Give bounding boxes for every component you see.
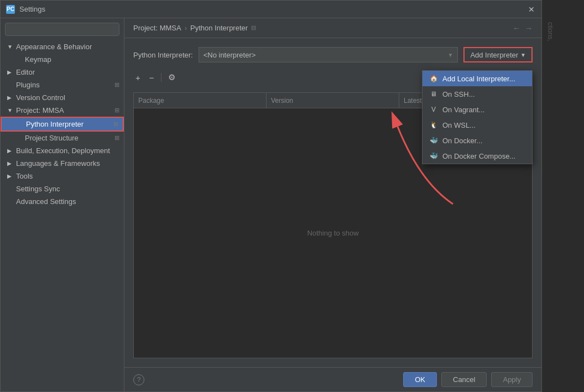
menu-item-on-docker-compose[interactable]: 🐳 On Docker Compose... [423, 148, 532, 164]
breadcrumb: Project: MMSA › Python Interpreter ⊟ ← → [124, 18, 541, 38]
expand-arrow-icon: ▶ [7, 148, 14, 154]
sidebar-item-project-mmsa[interactable]: ▼Project: MMSA⊞ [1, 104, 124, 117]
menu-item-add-local[interactable]: 🏠 Add Local Interpreter... [423, 71, 532, 86]
expand-arrow-icon: ▶ [7, 69, 14, 75]
sidebar-item-label: Tools [16, 172, 33, 180]
expand-arrow-icon: ▶ [7, 95, 14, 101]
ok-button[interactable]: OK [403, 372, 437, 387]
sidebar-item-build-execution[interactable]: ▶Build, Execution, Deployment [1, 144, 124, 157]
breadcrumb-current: Python Interpreter [190, 24, 248, 32]
sidebar-item-appearance[interactable]: ▼Appearance & Behavior [1, 40, 124, 53]
interpreter-label: Python Interpreter: [133, 51, 193, 59]
sidebar: ▼Appearance & BehaviorKeymap▶EditorPlugi… [1, 18, 124, 391]
col-version-header[interactable]: Version [267, 93, 399, 108]
add-interpreter-dropdown-icon: ▼ [520, 52, 526, 58]
menu-item-label-on-docker: On Docker... [442, 137, 482, 145]
settings-package-button[interactable]: ⚙ [166, 71, 178, 83]
sidebar-item-keymap[interactable]: Keymap [1, 53, 124, 66]
menu-item-icon-on-vagrant: V [429, 105, 438, 114]
sidebar-item-label: Settings Sync [16, 185, 60, 193]
sidebar-item-languages[interactable]: ▶Languages & Frameworks [1, 157, 124, 170]
sidebar-item-tools[interactable]: ▶Tools [1, 170, 124, 182]
sidebar-item-label: Build, Execution, Deployment [16, 147, 110, 155]
add-package-button[interactable]: + [133, 72, 143, 83]
sidebar-item-label: Editor [16, 68, 35, 76]
sidebar-item-right-icon: ⊞ [113, 121, 118, 128]
breadcrumb-project[interactable]: Project: MMSA [133, 24, 181, 32]
sidebar-item-editor[interactable]: ▶Editor [1, 66, 124, 79]
nothing-to-show: Nothing to show [307, 229, 358, 237]
menu-item-icon-add-local: 🏠 [429, 74, 438, 83]
sidebar-item-label: Keymap [25, 55, 51, 64]
sidebar-item-label: Python Interpreter [26, 120, 84, 128]
menu-item-icon-on-docker-compose: 🐳 [429, 151, 438, 160]
sidebar-item-label: Plugins [16, 81, 40, 89]
menu-item-icon-on-ssh: 🖥 [429, 90, 438, 98]
menu-item-label-on-wsl: On WSL... [442, 121, 476, 129]
expand-arrow-icon: ▼ [7, 107, 14, 113]
footer: ? OK Cancel Apply [124, 367, 541, 391]
sidebar-item-label: Languages & Frameworks [16, 159, 100, 168]
menu-item-icon-on-docker: 🐳 [429, 136, 438, 145]
add-interpreter-label: Add Interpreter [470, 51, 518, 59]
remove-package-button[interactable]: − [147, 72, 157, 83]
sidebar-item-advanced-settings[interactable]: Advanced Settings [1, 195, 124, 208]
menu-item-on-ssh[interactable]: 🖥 On SSH... [423, 86, 532, 102]
menu-item-on-vagrant[interactable]: V On Vagrant... [423, 102, 532, 117]
sidebar-item-settings-sync[interactable]: Settings Sync [1, 182, 124, 195]
app-icon: PC [6, 5, 15, 14]
breadcrumb-tab-icon[interactable]: ⊟ [251, 24, 256, 32]
sidebar-item-right-icon: ⊞ [114, 134, 119, 142]
sidebar-item-label: Version Control [16, 93, 65, 102]
sidebar-item-right-icon: ⊞ [114, 81, 119, 88]
sidebar-item-python-interpreter[interactable]: Python Interpreter⊞ [1, 117, 124, 132]
sidebar-item-project-structure[interactable]: Project Structure⊞ [1, 132, 124, 144]
dropdown-arrow-icon: ▼ [447, 52, 453, 58]
expand-arrow-icon: ▶ [7, 173, 14, 179]
col-package-header[interactable]: Package [134, 93, 267, 108]
search-input[interactable] [5, 23, 119, 36]
cancel-button[interactable]: Cancel [441, 372, 487, 387]
menu-item-label-on-ssh: On SSH... [442, 90, 475, 98]
nav-back-button[interactable]: ← [513, 24, 520, 33]
sidebar-item-version-control[interactable]: ▶Version Control [1, 91, 124, 104]
interpreter-dropdown[interactable]: <No interpreter> ▼ [199, 47, 458, 62]
sidebar-item-plugins[interactable]: Plugins⊞ [1, 79, 124, 91]
menu-item-on-docker[interactable]: 🐳 On Docker... [423, 133, 532, 148]
toolbar-divider [161, 73, 161, 82]
breadcrumb-separator: › [185, 24, 187, 32]
sidebar-item-label: Appearance & Behavior [16, 43, 92, 51]
close-button[interactable]: ✕ [527, 5, 536, 14]
sidebar-item-label: Project Structure [25, 134, 79, 142]
sidebar-item-label: Project: MMSA [16, 106, 64, 114]
add-interpreter-dropdown-menu: 🏠 Add Local Interpreter... 🖥 On SSH... V… [422, 70, 533, 164]
expand-arrow-icon: ▼ [7, 44, 14, 50]
window-title: Settings [19, 5, 527, 13]
interpreter-value: <No interpreter> [204, 51, 256, 59]
menu-item-label-on-docker-compose: On Docker Compose... [442, 152, 515, 160]
sidebar-item-right-icon: ⊞ [114, 107, 119, 114]
menu-item-icon-on-wsl: 🐧 [429, 121, 438, 129]
menu-item-on-wsl[interactable]: 🐧 On WSL... [423, 117, 532, 133]
help-button[interactable]: ? [133, 374, 144, 385]
menu-item-label-on-vagrant: On Vagrant... [442, 106, 484, 114]
menu-item-label-add-local: Add Local Interpreter... [442, 75, 515, 83]
nav-forward-button[interactable]: → [525, 24, 533, 33]
add-interpreter-button[interactable]: Add Interpreter ▼ [463, 47, 533, 62]
sidebar-item-label: Advanced Settings [16, 197, 76, 206]
apply-button[interactable]: Apply [491, 372, 533, 387]
expand-arrow-icon: ▶ [7, 160, 14, 166]
right-sidebar-text: ctions, [546, 22, 554, 41]
